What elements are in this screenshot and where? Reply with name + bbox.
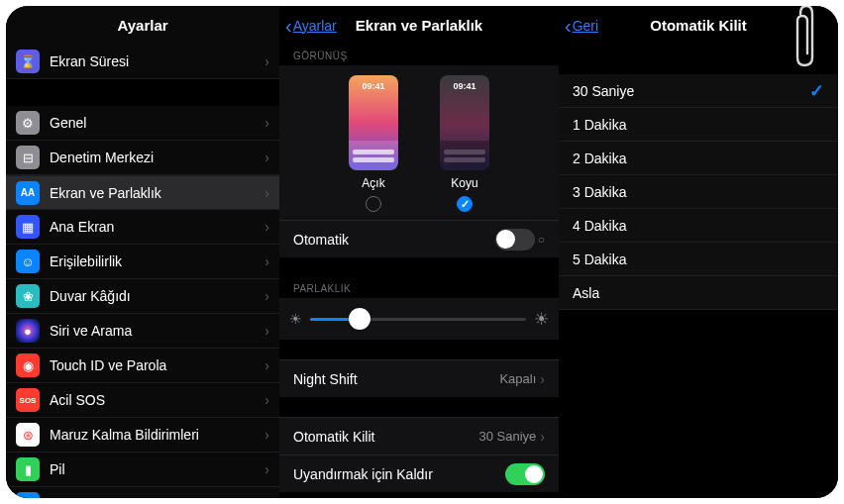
sidebar-item-denetim-merkezi[interactable]: ⊟ Denetim Merkezi ›	[6, 141, 279, 175]
light-mode-option[interactable]: 09:41 Açık	[349, 75, 398, 212]
sidebar-item-duvar-kagidi[interactable]: ❀ Duvar Kâğıdı ›	[6, 279, 279, 314]
exposure-icon: ⊛	[16, 423, 40, 447]
sidebar-item-label: Duvar Kâğıdı	[50, 288, 131, 304]
back-button[interactable]: ‹ Geri	[565, 16, 598, 36]
chevron-right-icon: ›	[264, 150, 269, 165]
chevron-right-icon: ›	[264, 496, 269, 498]
automatic-label: Otomatik	[293, 232, 349, 248]
sidebar-title: Ayarlar	[6, 6, 279, 45]
chevron-right-icon: ›	[264, 185, 269, 201]
sidebar-item-label: Gizlilik	[50, 496, 89, 498]
brightness-slider[interactable]	[310, 318, 526, 321]
option-label: Asla	[573, 285, 599, 301]
back-label: Ayarlar	[293, 18, 337, 34]
autolock-option[interactable]: 30 Saniye✓	[559, 74, 838, 108]
wallpaper-icon: ❀	[16, 284, 40, 308]
sidebar-item-pil[interactable]: ▮ Pil ›	[6, 453, 279, 487]
panel-title: Otomatik Kilit	[650, 17, 747, 34]
autolock-option[interactable]: 5 Dakika	[559, 243, 838, 276]
sidebar-item-siri-arama[interactable]: ● Siri ve Arama ›	[6, 314, 279, 349]
sos-icon: SOS	[16, 388, 40, 412]
dark-mode-option[interactable]: 09:41 Koyu	[440, 75, 489, 212]
sidebar-item-label: Maruz Kalma Bildirimleri	[50, 427, 199, 443]
chevron-right-icon: ›	[264, 392, 269, 408]
fingerprint-icon: ◉	[16, 353, 40, 377]
sidebar-item-label: Ekran ve Parlaklık	[50, 185, 161, 201]
auto-lock-label: Otomatik Kilit	[293, 429, 374, 445]
chevron-right-icon: ›	[264, 219, 269, 235]
grid-icon: ▦	[16, 215, 40, 239]
hourglass-icon: ⌛	[16, 50, 40, 73]
text-size-icon: AA	[16, 181, 40, 205]
chevron-right-icon: ›	[264, 461, 269, 477]
automatic-row: Otomatik ○	[279, 220, 559, 257]
sidebar-item-ekran-parlaklik[interactable]: AA Ekran ve Parlaklık ›	[6, 175, 279, 210]
auto-lock-value: 30 Saniye	[479, 429, 537, 444]
autolock-option[interactable]: 3 Dakika	[559, 175, 838, 209]
option-label: 1 Dakika	[573, 117, 626, 133]
chevron-right-icon: ›	[264, 115, 269, 131]
raise-to-wake-row: Uyandırmak için Kaldır	[279, 454, 559, 492]
chevron-right-icon: ›	[264, 323, 269, 339]
light-mode-radio[interactable]	[366, 196, 381, 212]
chevron-right-icon: ›	[540, 371, 545, 387]
hand-icon: ✋	[16, 492, 40, 498]
sidebar-item-maruz-kalma[interactable]: ⊛ Maruz Kalma Bildirimleri ›	[6, 418, 279, 453]
gear-icon: ⚙	[16, 111, 40, 135]
sidebar-item-genel[interactable]: ⚙ Genel ›	[6, 106, 279, 141]
autolock-option[interactable]: 1 Dakika	[559, 108, 838, 142]
night-shift-row[interactable]: Night Shift Kapalı ›	[279, 359, 559, 397]
light-preview-icon: 09:41	[349, 75, 398, 170]
appearance-group: 09:41 Açık 09:41 Koyu	[279, 65, 559, 220]
sidebar-item-touch-id[interactable]: ◉ Touch ID ve Parola ›	[6, 349, 279, 383]
sidebar-item-label: Touch ID ve Parola	[50, 357, 166, 373]
toggles-icon: ⊟	[16, 146, 40, 169]
toggle-hint-icon: ○	[538, 233, 545, 247]
autolock-option[interactable]: 2 Dakika	[559, 142, 838, 175]
chevron-left-icon: ‹	[285, 16, 292, 36]
chevron-right-icon: ›	[540, 429, 545, 445]
dark-mode-radio[interactable]	[457, 196, 473, 212]
option-label: 4 Dakika	[573, 218, 626, 234]
sidebar-item-label: Erişilebilirlik	[50, 253, 122, 269]
brightness-row: ☀︎ ☀︎	[279, 298, 559, 340]
battery-icon: ▮	[16, 457, 40, 481]
option-label: 30 Saniye	[573, 83, 634, 99]
chevron-left-icon: ‹	[565, 16, 572, 36]
autolock-option[interactable]: 4 Dakika	[559, 209, 838, 243]
sidebar-item-acil-sos[interactable]: SOS Acil SOS ›	[6, 383, 279, 418]
automatic-toggle[interactable]	[495, 229, 535, 251]
section-label-appearance: GÖRÜNÜŞ	[279, 45, 559, 65]
light-mode-label: Açık	[362, 176, 384, 190]
night-shift-value: Kapalı	[499, 371, 536, 386]
sidebar-item-gizlilik[interactable]: ✋ Gizlilik ›	[6, 487, 279, 498]
sidebar-item-label: Ekran Süresi	[50, 53, 129, 69]
sidebar-item-label: Genel	[50, 115, 86, 131]
paperclip-icon	[794, 6, 818, 71]
sidebar-item-label: Denetim Merkezi	[50, 150, 154, 165]
auto-lock-row[interactable]: Otomatik Kilit 30 Saniye ›	[279, 417, 559, 454]
sidebar-item-label: Acil SOS	[50, 392, 105, 408]
back-button[interactable]: ‹ Ayarlar	[285, 16, 337, 36]
dark-mode-label: Koyu	[451, 176, 477, 190]
sidebar-item-erisilebilirlik[interactable]: ☺ Erişilebilirlik ›	[6, 245, 279, 279]
chevron-right-icon: ›	[264, 288, 269, 304]
sidebar-item-label: Pil	[50, 461, 65, 477]
option-label: 3 Dakika	[573, 184, 626, 200]
raise-to-wake-toggle[interactable]	[505, 463, 545, 485]
sidebar-item-ekran-suresi[interactable]: ⌛ Ekran Süresi ›	[6, 45, 279, 79]
siri-icon: ●	[16, 319, 40, 343]
autolock-option[interactable]: Asla	[559, 276, 838, 310]
sidebar-item-ana-ekran[interactable]: ▦ Ana Ekran ›	[6, 210, 279, 245]
panel-title: Ekran ve Parlaklık	[356, 17, 482, 34]
night-shift-label: Night Shift	[293, 371, 358, 387]
sidebar-item-label: Siri ve Arama	[50, 323, 132, 339]
section-label-brightness: PARLAKLIK	[279, 277, 559, 298]
dark-preview-icon: 09:41	[440, 75, 489, 170]
raise-to-wake-label: Uyandırmak için Kaldır	[293, 466, 433, 482]
sidebar-item-label: Ana Ekran	[50, 219, 114, 235]
sun-large-icon: ☀︎	[534, 309, 549, 330]
sidebar-gap	[6, 79, 279, 106]
back-label: Geri	[573, 18, 598, 34]
checkmark-icon: ✓	[809, 80, 824, 102]
